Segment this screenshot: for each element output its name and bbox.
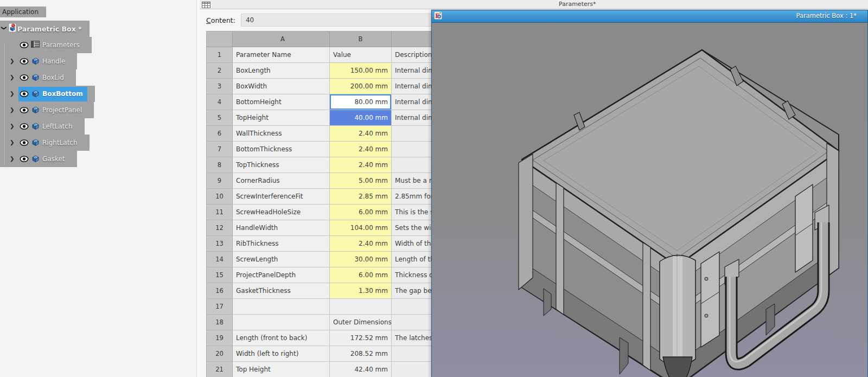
row-header-6[interactable]: 6: [207, 126, 233, 142]
cell-A10[interactable]: ScrewInterferenceFit: [233, 189, 330, 205]
row-header-20[interactable]: 20: [207, 346, 233, 362]
row-header-18[interactable]: 18: [207, 315, 233, 330]
expand-arrow-icon[interactable]: ❯: [10, 123, 18, 129]
row-header-3[interactable]: 3: [207, 79, 233, 94]
cell-B5[interactable]: 40.00 mm: [330, 110, 392, 126]
tree-item-boxbottom[interactable]: ❯BoxBottom: [0, 86, 95, 102]
case-3d-model: [492, 34, 867, 377]
cell-B21[interactable]: 42.40 mm: [330, 362, 392, 377]
tree-item-projectpanel[interactable]: ❯ProjectPanel: [0, 102, 94, 118]
tree-item-content[interactable]: BoxBottom: [18, 87, 87, 101]
row-header-10[interactable]: 10: [207, 189, 233, 205]
cell-B12[interactable]: 104.00 mm: [330, 220, 392, 236]
row-header-7[interactable]: 7: [207, 142, 233, 157]
row-header-4[interactable]: 4: [207, 94, 233, 110]
row-header-21[interactable]: 21: [207, 362, 233, 377]
row-header-17[interactable]: 17: [207, 299, 233, 315]
cell-A21[interactable]: Top Height: [233, 362, 330, 377]
expand-arrow-icon[interactable]: ❯: [10, 156, 18, 162]
row-header-2[interactable]: 2: [207, 63, 233, 79]
cell-A13[interactable]: RibThickness: [233, 236, 330, 252]
cell-A17[interactable]: [233, 299, 330, 315]
cell-B19[interactable]: 172.52 mm: [330, 330, 392, 346]
row-header-15[interactable]: 15: [207, 267, 233, 283]
tree-item-content[interactable]: Gasket: [18, 152, 69, 167]
tree-item-content[interactable]: RightLatch: [18, 136, 82, 150]
tree-item-content[interactable]: Parameters: [18, 39, 84, 52]
row-header-12[interactable]: 12: [207, 220, 233, 236]
tree-item-leftlatch[interactable]: ❯LeftLatch: [0, 118, 85, 135]
tree-item-document-root[interactable]: ❯ Parametric Box *: [0, 21, 90, 37]
cell-B1[interactable]: Value: [330, 47, 392, 63]
row-header-13[interactable]: 13: [207, 236, 233, 252]
expand-arrow-icon[interactable]: ❯: [10, 58, 18, 64]
cell-B9[interactable]: 5.00 mm: [330, 173, 392, 189]
row-header-8[interactable]: 8: [207, 157, 233, 173]
cell-A5[interactable]: TopHeight: [233, 110, 330, 126]
row-header-19[interactable]: 19: [207, 330, 233, 346]
tree-item-content[interactable]: LeftLatch: [18, 119, 77, 134]
cell-B17[interactable]: [330, 299, 392, 315]
cell-A3[interactable]: BoxWidth: [233, 79, 330, 94]
tree-item-handle[interactable]: ❯Handle: [0, 53, 77, 69]
row-header-1[interactable]: 1: [207, 47, 233, 63]
tree-item-boxlid[interactable]: ❯BoxLid: [0, 69, 76, 86]
cell-A4[interactable]: BottomHeight: [233, 94, 330, 110]
cell-B4[interactable]: 80.00 mm: [330, 94, 392, 110]
cell-A20[interactable]: Width (left to right): [233, 346, 330, 362]
column-header-B[interactable]: B: [330, 31, 392, 47]
visibility-eye-icon: [20, 89, 29, 99]
grid-corner[interactable]: [207, 31, 233, 47]
cell-B20[interactable]: 208.52 mm: [330, 346, 392, 362]
cell-B11[interactable]: 6.00 mm: [330, 205, 392, 220]
tree-item-parameters[interactable]: Parameters: [0, 37, 92, 53]
cell-B8[interactable]: 2.40 mm: [330, 157, 392, 173]
cell-B10[interactable]: 2.85 mm: [330, 189, 392, 205]
expand-arrow-icon[interactable]: ❯: [10, 107, 18, 113]
expand-arrow-icon[interactable]: ❯: [10, 74, 18, 80]
3d-viewport[interactable]: [432, 23, 867, 377]
expand-arrow-icon[interactable]: ❯: [10, 91, 18, 97]
cell-B3[interactable]: 200.00 mm: [330, 79, 392, 94]
cell-A2[interactable]: BoxLength: [233, 63, 330, 79]
tree-item-content[interactable]: Handle: [18, 54, 69, 69]
row-header-9[interactable]: 9: [207, 173, 233, 189]
part-body-icon: [31, 154, 40, 165]
cell-A16[interactable]: GasketThickness: [233, 283, 330, 299]
tree-item-label: RightLatch: [42, 139, 78, 146]
cell-A11[interactable]: ScrewHeadHoleSize: [233, 205, 330, 220]
cell-B15[interactable]: 6.00 mm: [330, 267, 392, 283]
tree-item-content[interactable]: ProjectPanel: [18, 103, 86, 118]
cell-B6[interactable]: 2.40 mm: [330, 126, 392, 142]
cell-B16[interactable]: 1.30 mm: [330, 283, 392, 299]
cell-B2[interactable]: 150.00 mm: [330, 63, 392, 79]
cell-A12[interactable]: HandleWidth: [233, 220, 330, 236]
row-header-5[interactable]: 5: [207, 110, 233, 126]
expand-arrow-icon[interactable]: ❯: [1, 25, 7, 33]
3d-view-titlebar[interactable]: F Parametric Box : 1*: [432, 10, 867, 23]
cell-A19[interactable]: Length (front to back): [233, 330, 330, 346]
cell-A9[interactable]: CornerRadius: [233, 173, 330, 189]
cell-A15[interactable]: ProjectPanelDepth: [233, 267, 330, 283]
cell-A18[interactable]: [233, 315, 330, 330]
tree-item-gasket[interactable]: ❯Gasket: [0, 151, 77, 167]
row-header-11[interactable]: 11: [207, 205, 233, 220]
cell-A14[interactable]: ScrewLength: [233, 252, 330, 267]
cell-B13[interactable]: 2.40 mm: [330, 236, 392, 252]
tab-bar[interactable]: Parameters*: [200, 0, 868, 9]
tree-item-content[interactable]: BoxLid: [18, 71, 68, 85]
row-header-16[interactable]: 16: [207, 283, 233, 299]
3d-view-window[interactable]: F Parametric Box : 1*: [431, 10, 868, 377]
expand-arrow-icon[interactable]: ❯: [10, 139, 18, 145]
cell-B18[interactable]: Outer Dimensions: [330, 315, 392, 330]
cell-A1[interactable]: Parameter Name: [233, 47, 330, 63]
cell-B7[interactable]: 2.40 mm: [330, 142, 392, 157]
cell-A8[interactable]: TopThickness: [233, 157, 330, 173]
cell-A6[interactable]: WallThickness: [233, 126, 330, 142]
cell-B14[interactable]: 30.00 mm: [330, 252, 392, 267]
cell-A7[interactable]: BottomThickness: [233, 142, 330, 157]
row-header-14[interactable]: 14: [207, 252, 233, 267]
tree-item-rightlatch[interactable]: ❯RightLatch: [0, 135, 90, 151]
column-header-A[interactable]: A: [233, 31, 330, 47]
tab-title[interactable]: Parameters*: [559, 0, 596, 9]
